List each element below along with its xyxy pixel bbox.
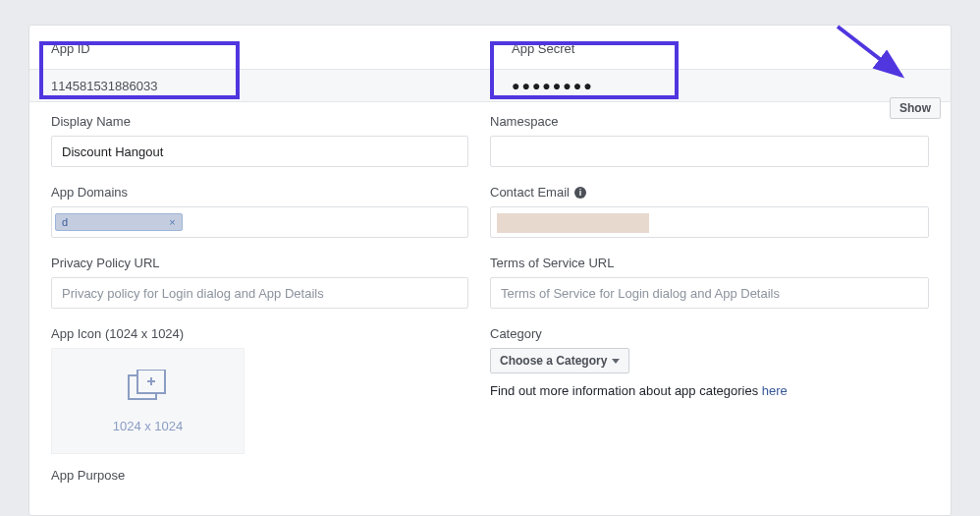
category-label: Category bbox=[490, 326, 929, 341]
tos-url-label: Terms of Service URL bbox=[490, 256, 929, 270]
app-icon-uploader[interactable]: 1024 x 1024 bbox=[51, 348, 245, 454]
namespace-input[interactable] bbox=[490, 136, 929, 167]
category-dropdown[interactable]: Choose a Category bbox=[490, 348, 629, 373]
privacy-url-input[interactable] bbox=[51, 277, 468, 309]
display-name-input[interactable] bbox=[51, 136, 468, 167]
app-id-value: 114581531886033 bbox=[29, 79, 490, 93]
image-placeholder-icon bbox=[124, 370, 173, 409]
tos-url-input[interactable] bbox=[490, 277, 929, 309]
app-domains-input[interactable]: d× bbox=[51, 206, 468, 238]
settings-panel: App ID App Secret 114581531886033 ●●●●●●… bbox=[28, 25, 952, 516]
contact-email-label: Contact Email i bbox=[490, 185, 929, 200]
display-name-label: Display Name bbox=[51, 114, 468, 129]
app-purpose-label: App Purpose bbox=[29, 468, 951, 483]
app-domains-label: App Domains bbox=[51, 185, 468, 200]
redacted-email bbox=[497, 213, 649, 233]
namespace-label: Namespace bbox=[490, 114, 929, 129]
app-icon-placeholder-text: 1024 x 1024 bbox=[113, 419, 184, 433]
app-id-label: App ID bbox=[51, 41, 468, 57]
app-secret-value: ●●●●●●●● bbox=[512, 78, 594, 93]
app-icon-label: App Icon (1024 x 1024) bbox=[51, 326, 468, 341]
chevron-down-icon bbox=[612, 359, 620, 364]
header-row: App ID App Secret bbox=[29, 26, 951, 69]
contact-email-input[interactable] bbox=[490, 206, 929, 238]
domain-tag[interactable]: d× bbox=[55, 213, 183, 231]
app-secret-label: App Secret bbox=[512, 41, 929, 57]
readonly-row: 114581531886033 ●●●●●●●● bbox=[29, 69, 951, 102]
category-help-link[interactable]: here bbox=[762, 383, 788, 398]
remove-tag-icon[interactable]: × bbox=[169, 216, 175, 228]
info-icon: i bbox=[574, 187, 586, 199]
privacy-url-label: Privacy Policy URL bbox=[51, 256, 468, 270]
category-help-text: Find out more information about app cate… bbox=[490, 383, 929, 398]
show-secret-button[interactable]: Show bbox=[890, 97, 941, 119]
